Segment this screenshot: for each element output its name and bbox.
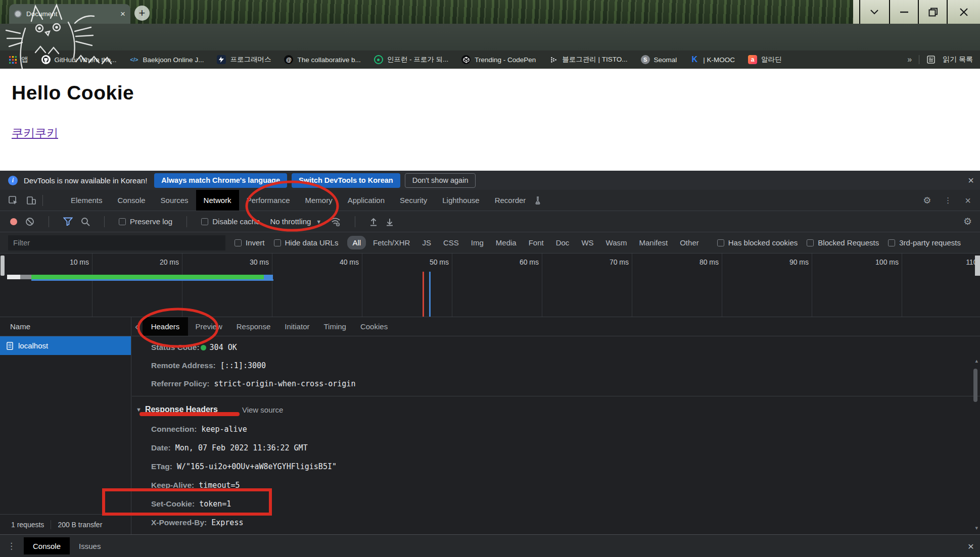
- close-window-button[interactable]: [947, 0, 980, 24]
- infobar-close-icon[interactable]: ×: [968, 175, 974, 185]
- third-party-requests-checkbox[interactable]: 3rd-party requests: [888, 238, 961, 247]
- headers-content[interactable]: Status Code:304 OK Remote Address:[::1]:…: [132, 336, 980, 534]
- type-chip[interactable]: Font: [524, 236, 549, 249]
- type-chip[interactable]: Media: [491, 236, 522, 249]
- inspect-element-icon[interactable]: [8, 195, 18, 206]
- hide-data-urls-checkbox[interactable]: Hide data URLs: [274, 238, 339, 247]
- disable-cache-checkbox[interactable]: Disable cache: [201, 217, 260, 226]
- restore-button[interactable]: [918, 0, 947, 24]
- bookmark-seomal[interactable]: S Seomal: [641, 55, 677, 64]
- new-tab-button[interactable]: +: [134, 6, 150, 21]
- browser-tab[interactable]: Document ×: [9, 4, 130, 24]
- record-icon[interactable]: [10, 218, 17, 225]
- request-row-localhost[interactable]: localhost: [0, 336, 131, 355]
- document-icon: [7, 342, 13, 350]
- devtools-tab[interactable]: Recorder: [487, 190, 534, 211]
- bookmark-collaborative[interactable]: @ The collaborative b...: [284, 55, 360, 64]
- triangle-down-icon[interactable]: ▼: [136, 407, 142, 413]
- timeline-ticks: 10 ms20 ms30 ms40 ms50 ms60 ms70 ms80 ms…: [3, 254, 980, 317]
- bookmark-kmooc[interactable]: K | K-MOOC: [690, 55, 735, 64]
- device-toolbar-icon[interactable]: [26, 195, 36, 206]
- bookmark-codepen[interactable]: Trending - CodePen: [461, 55, 536, 64]
- type-chip[interactable]: Img: [466, 236, 489, 249]
- detail-tab[interactable]: Preview: [188, 317, 229, 336]
- name-column-header[interactable]: Name: [0, 317, 131, 336]
- scroll-down-icon[interactable]: ▾: [975, 525, 978, 531]
- type-chip[interactable]: CSS: [438, 236, 464, 249]
- checkbox[interactable]: [201, 218, 208, 225]
- scroll-up-icon[interactable]: ▴: [975, 358, 978, 364]
- preserve-log-checkbox[interactable]: Preserve log: [119, 217, 172, 226]
- cookie-link[interactable]: 쿠키쿠키: [12, 125, 58, 141]
- detail-tab[interactable]: Timing: [316, 317, 353, 336]
- minimize-button[interactable]: [889, 0, 918, 24]
- devtools-tab[interactable]: Elements: [63, 190, 110, 211]
- type-chip[interactable]: WS: [576, 236, 598, 249]
- search-icon[interactable]: [81, 217, 90, 226]
- view-source-link[interactable]: View source: [242, 406, 283, 414]
- scrollbar-thumb[interactable]: [973, 369, 977, 402]
- response-headers-section[interactable]: ▼ Response Headers View source: [132, 399, 980, 420]
- type-chip[interactable]: JS: [417, 236, 436, 249]
- match-language-button[interactable]: Always match Chrome's language: [154, 173, 287, 188]
- devtools-close-icon[interactable]: ×: [965, 195, 971, 207]
- network-settings-gear-icon[interactable]: ⚙: [963, 216, 972, 227]
- bookmark-github[interactable]: GitHub: Where the...: [41, 55, 117, 64]
- detail-tab[interactable]: Initiator: [277, 317, 316, 336]
- bookmarks-overflow-icon[interactable]: »: [907, 55, 912, 64]
- type-chip[interactable]: Manifest: [634, 236, 673, 249]
- detail-scrollbar[interactable]: ▴ ▾: [972, 358, 979, 531]
- bookmark-tistory[interactable]: 블로그관리 | TISTO...: [549, 55, 627, 64]
- bookmark-label: | K-MOOC: [703, 56, 735, 64]
- has-blocked-cookies-checkbox[interactable]: Has blocked cookies: [717, 238, 798, 247]
- blocked-requests-checkbox[interactable]: Blocked Requests: [807, 238, 879, 247]
- response-header-list: Connection:keep-alive Date:Mon, 07 Feb 2…: [132, 420, 980, 532]
- devtools-tab[interactable]: Lighthouse: [435, 190, 487, 211]
- throttling-select[interactable]: No throttling ▼: [270, 217, 321, 226]
- reading-list-label[interactable]: 읽기 목록: [943, 55, 973, 64]
- filter-input[interactable]: [8, 235, 225, 250]
- type-chip[interactable]: Doc: [551, 236, 575, 249]
- import-har-icon[interactable]: [369, 217, 378, 226]
- devtools-tab[interactable]: Application: [340, 190, 392, 211]
- type-chip[interactable]: All: [347, 236, 366, 249]
- bookmark-inflearn[interactable]: 인프런 - 프로가 되...: [374, 55, 449, 64]
- network-conditions-icon[interactable]: [330, 217, 341, 226]
- header-line-status: Status Code:304 OK: [132, 338, 980, 357]
- detail-tab[interactable]: Cookies: [353, 317, 395, 336]
- devtools-tab[interactable]: Network: [196, 190, 239, 211]
- devtools-tab[interactable]: Performance: [239, 190, 298, 211]
- devtools-tab[interactable]: Sources: [153, 190, 196, 211]
- devtools-menu-icon[interactable]: ⋮: [944, 196, 952, 205]
- back-chevron-icon[interactable]: ‹: [132, 321, 143, 332]
- checkbox[interactable]: [119, 218, 126, 225]
- devtools-tab[interactable]: Memory: [298, 190, 340, 211]
- type-chip[interactable]: Fetch/XHR: [368, 236, 415, 249]
- switch-korean-button[interactable]: Switch DevTools to Korean: [292, 173, 400, 188]
- drawer-menu-icon[interactable]: ⋮: [7, 541, 16, 551]
- invert-checkbox[interactable]: Invert: [235, 238, 265, 247]
- network-overview-timeline[interactable]: 10 ms20 ms30 ms40 ms50 ms60 ms70 ms80 ms…: [0, 254, 980, 317]
- drawer-tab[interactable]: Issues: [70, 537, 110, 554]
- dont-show-again-button[interactable]: Don't show again: [405, 173, 476, 188]
- filter-funnel-icon[interactable]: [63, 217, 73, 226]
- type-chip[interactable]: Wasm: [601, 236, 632, 249]
- tab-close-icon[interactable]: ×: [120, 10, 125, 18]
- devtools-tab[interactable]: Security: [392, 190, 435, 211]
- settings-gear-icon[interactable]: ⚙: [923, 195, 931, 206]
- clear-icon[interactable]: [25, 217, 34, 226]
- detail-tab[interactable]: Response: [229, 317, 278, 336]
- bookmark-programmers[interactable]: 프로그래머스: [217, 55, 271, 64]
- type-chip[interactable]: Other: [675, 236, 704, 249]
- bookmark-baekjoon[interactable]: </> Baekjoon Online J...: [130, 55, 204, 64]
- drawer-close-icon[interactable]: ×: [968, 541, 974, 551]
- overview-drag-handle[interactable]: [1, 256, 5, 276]
- detail-tab[interactable]: Headers: [143, 317, 189, 336]
- drawer-tab[interactable]: Console: [24, 537, 70, 554]
- tab-search-button[interactable]: [859, 0, 888, 24]
- swirl-icon: @: [284, 55, 293, 64]
- bookmark-apps[interactable]: 앱: [8, 55, 28, 64]
- devtools-tab[interactable]: Console: [110, 190, 153, 211]
- export-har-icon[interactable]: [386, 217, 394, 226]
- bookmark-aladin[interactable]: a 알라딘: [748, 55, 782, 64]
